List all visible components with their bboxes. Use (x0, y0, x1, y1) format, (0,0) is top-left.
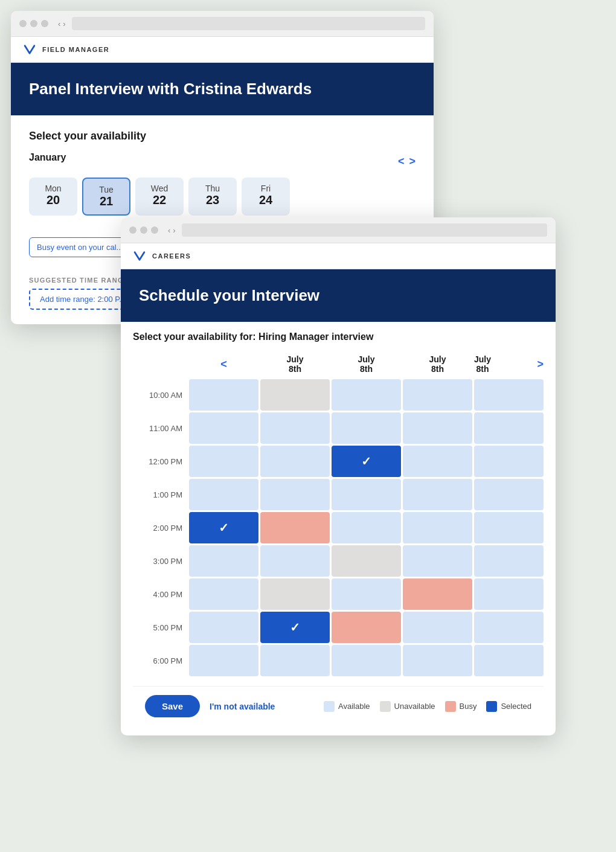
day-col-wed[interactable]: Wed 22 (135, 178, 184, 216)
time-label-8: 6:00 PM (133, 645, 187, 676)
address-bar-1[interactable] (72, 17, 425, 30)
footer-row: Save I'm not available Available Unavail… (133, 686, 544, 726)
cell-4-3[interactable] (403, 512, 472, 543)
cell-3-2[interactable] (332, 479, 401, 510)
day-col-tue[interactable]: Tue 21 (82, 178, 130, 216)
cell-4-0[interactable]: ✓ (189, 512, 258, 543)
cell-0-1[interactable] (260, 379, 330, 411)
cell-8-3[interactable] (403, 645, 472, 676)
legend-busy: Busy (445, 701, 477, 712)
cell-0-2[interactable] (332, 379, 401, 411)
nav-arrows-2: ‹ › (168, 226, 176, 235)
close-button-2[interactable] (129, 226, 136, 234)
cell-2-1[interactable] (260, 446, 330, 477)
cell-6-2[interactable] (332, 578, 401, 610)
cell-8-2[interactable] (332, 645, 401, 676)
col-date-3: 8th (474, 364, 491, 374)
cell-1-1[interactable] (260, 412, 330, 444)
browser-chrome-2: ‹ › (121, 217, 556, 243)
grid-row-6: 4:00 PM (133, 578, 544, 610)
back-arrow-1[interactable]: ‹ (58, 19, 60, 28)
cell-5-0[interactable] (189, 545, 258, 577)
cell-3-1[interactable] (260, 479, 330, 510)
calendar-grid: < July 8th July 8th July 8th July (133, 351, 544, 676)
forward-arrow-1[interactable]: › (63, 19, 65, 28)
grid-prev-btn[interactable]: < (220, 358, 227, 371)
cell-6-0[interactable] (189, 578, 258, 610)
prev-month-btn[interactable]: < (398, 155, 405, 168)
legend-unavailable-label: Unavailable (394, 702, 435, 711)
month-nav-1: January < > (29, 152, 415, 170)
cell-2-3[interactable] (403, 446, 472, 477)
cell-5-4[interactable] (474, 545, 544, 577)
forward-arrow-2[interactable]: › (173, 226, 175, 235)
cell-2-2[interactable]: ✓ (332, 446, 401, 477)
cell-5-3[interactable] (403, 545, 472, 577)
grid-row-3: 1:00 PM (133, 479, 544, 510)
cell-8-4[interactable] (474, 645, 544, 676)
col-date-1: 8th (332, 364, 401, 374)
col-header-2: July 8th (403, 351, 472, 377)
cell-4-2[interactable] (332, 512, 401, 543)
cell-7-3[interactable] (403, 612, 472, 643)
cell-8-1[interactable] (260, 645, 330, 676)
swatch-unavailable (380, 701, 391, 712)
cell-6-1[interactable] (260, 578, 330, 610)
cell-2-0[interactable] (189, 446, 258, 477)
cell-3-3[interactable] (403, 479, 472, 510)
cell-0-0[interactable] (189, 379, 258, 411)
back-arrow-2[interactable]: ‹ (168, 226, 170, 235)
cell-2-4[interactable] (474, 446, 544, 477)
cell-6-3[interactable] (403, 578, 472, 610)
minimize-button-2[interactable] (140, 226, 147, 234)
col-date-0: 8th (260, 364, 330, 374)
grid-header: < July 8th July 8th July 8th July (133, 351, 544, 377)
day-name-thu: Thu (199, 184, 226, 193)
address-bar-2[interactable] (182, 223, 547, 237)
cell-4-4[interactable] (474, 512, 544, 543)
check-4-0: ✓ (219, 520, 229, 535)
cell-0-3[interactable] (403, 379, 472, 411)
col-header-1: July 8th (332, 351, 401, 377)
cell-3-0[interactable] (189, 479, 258, 510)
minimize-button-1[interactable] (30, 20, 37, 27)
cell-5-2[interactable] (332, 545, 401, 577)
maximize-button-1[interactable] (41, 20, 48, 27)
cell-3-4[interactable] (474, 479, 544, 510)
day-columns-1: Mon 20 Tue 21 Wed 22 Thu 23 Fri 24 (29, 178, 415, 216)
time-label-4: 2:00 PM (133, 512, 187, 543)
swatch-available (324, 701, 335, 712)
logo-icon-1 (23, 43, 36, 56)
save-button[interactable]: Save (145, 695, 200, 717)
cell-4-1[interactable] (260, 512, 330, 543)
day-col-mon[interactable]: Mon 20 (29, 178, 77, 216)
window2-title: Schedule your Interview (139, 286, 537, 305)
cell-0-4[interactable] (474, 379, 544, 411)
day-name-wed: Wed (146, 184, 173, 193)
grid-next-btn[interactable]: > (537, 358, 544, 371)
app-name-1: FIELD MANAGER (42, 46, 109, 53)
cell-7-4[interactable] (474, 612, 544, 643)
cell-1-4[interactable] (474, 412, 544, 444)
swatch-selected (486, 701, 497, 712)
maximize-button-2[interactable] (151, 226, 158, 234)
browser-chrome-1: ‹ › (11, 11, 434, 37)
cell-7-1[interactable]: ✓ (260, 612, 330, 643)
cell-1-2[interactable] (332, 412, 401, 444)
cell-1-3[interactable] (403, 412, 472, 444)
col-month-1: July (332, 354, 401, 364)
not-available-link[interactable]: I'm not available (210, 702, 275, 711)
cell-5-1[interactable] (260, 545, 330, 577)
legend-available: Available (324, 701, 370, 712)
cell-6-4[interactable] (474, 578, 544, 610)
cell-7-0[interactable] (189, 612, 258, 643)
legend: Available Unavailable Busy Selected (324, 701, 531, 712)
next-month-btn[interactable]: > (409, 155, 415, 168)
check-2-2: ✓ (361, 454, 371, 469)
cell-1-0[interactable] (189, 412, 258, 444)
cell-7-2[interactable] (332, 612, 401, 643)
close-button-1[interactable] (19, 20, 27, 27)
cell-8-0[interactable] (189, 645, 258, 676)
day-col-thu[interactable]: Thu 23 (188, 178, 237, 216)
day-col-fri[interactable]: Fri 24 (242, 178, 290, 216)
